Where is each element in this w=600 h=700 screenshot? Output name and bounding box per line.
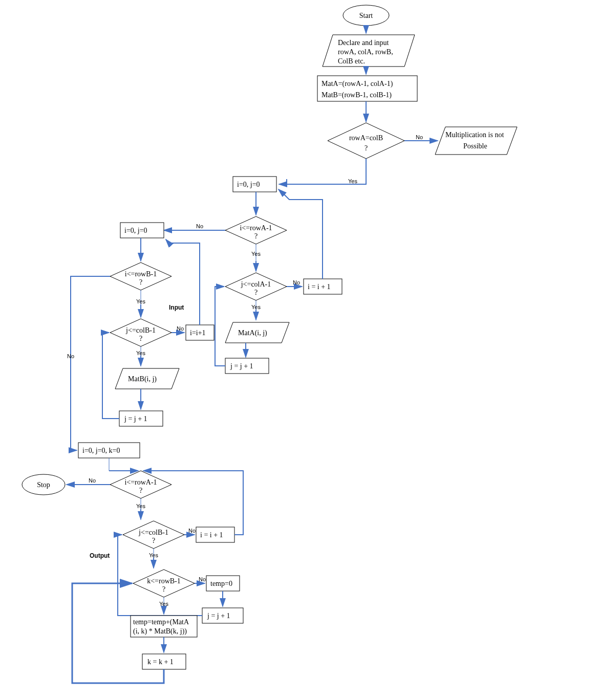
ij0-text: i=0, j=0	[237, 181, 260, 188]
jplus1b-text: j = j + 1	[124, 415, 147, 423]
mataij-text: MatA(i, j)	[238, 329, 267, 337]
jplus1-text: j = j + 1	[230, 362, 253, 370]
connector	[278, 189, 284, 194]
no-label: No	[199, 576, 206, 582]
krowb-text1: k<=rowB-1	[147, 577, 181, 585]
multnot2-text: Possible	[463, 142, 487, 150]
flowchart-diagram: Start Declare and input rowA, colA, rowB…	[0, 0, 600, 700]
stop-text: Stop	[37, 481, 50, 489]
no-label: No	[416, 134, 423, 140]
no-label: No	[89, 477, 96, 484]
iplus1-text: i = i + 1	[308, 283, 331, 291]
start-label: Start	[359, 12, 373, 19]
tempcalc2-text: (i, k) * MatB(k, j))	[133, 627, 187, 636]
connector	[71, 276, 110, 450]
jcolb-text2: ?	[139, 335, 142, 342]
ijk0-text: i=0, j=0, k=0	[82, 447, 120, 454]
yes-label: Yes	[149, 552, 158, 558]
rowcol-text2: ?	[365, 144, 368, 152]
matbij-text: MatB(i, j)	[128, 375, 157, 383]
connector	[102, 333, 119, 419]
ij0b-text: i=0, j=0	[124, 227, 147, 234]
multnot1-text: Multiplication is not	[445, 131, 504, 139]
irowb-text1: i<=rowB-1	[125, 270, 157, 278]
input-label: Input	[169, 304, 184, 311]
jcolb-text1: j<=colB-1	[125, 326, 156, 334]
declare-text1: Declare and input	[338, 39, 389, 47]
initmat1-text: MatA=(rowA-1, colA-1)	[322, 80, 393, 88]
no-label: No	[196, 223, 203, 229]
irowa-text1: i<=rowA-1	[240, 224, 272, 232]
no-label: No	[188, 528, 196, 534]
irowa-text2: ?	[254, 232, 258, 240]
jcolb2-text2: ?	[152, 537, 155, 544]
irowa2-text2: ?	[139, 487, 142, 494]
yes-label: Yes	[251, 251, 261, 257]
yes-label: Yes	[348, 178, 357, 184]
jcolb2-text1: j<=colB-1	[138, 529, 168, 536]
connector	[284, 194, 323, 279]
no-label: No	[177, 325, 184, 332]
jplus1c-text: j = j + 1	[207, 612, 230, 620]
jcola-text1: j<=colA-1	[241, 280, 271, 288]
iplus1c-text: i = i + 1	[200, 531, 223, 539]
tempcalc1-text: temp=temp+(MatA	[133, 618, 189, 626]
krowb-text2: ?	[162, 585, 165, 593]
rowcol-text1: rowA=colB	[349, 134, 383, 142]
yes-label: Yes	[251, 304, 261, 310]
declare-text2: rowA, colA, rowB,	[338, 48, 393, 56]
iplus1b-text: i=i+1	[190, 329, 206, 337]
temp0-text: temp=0	[210, 580, 232, 587]
irowb-text2: ?	[139, 278, 142, 286]
no-label: No	[67, 353, 74, 359]
connector	[166, 239, 200, 325]
jcola-text2: ?	[254, 289, 258, 296]
connector	[215, 287, 225, 366]
yes-label: Yes	[136, 350, 145, 356]
output-label: Output	[90, 552, 110, 559]
yes-label: Yes	[136, 503, 145, 509]
no-label: No	[293, 279, 300, 286]
initmat2-text: MatB=(rowB-1, colB-1)	[322, 91, 392, 99]
declare-text3: ColB etc.	[338, 57, 365, 65]
yes-label: Yes	[136, 298, 145, 304]
kplus1-text: k = k + 1	[147, 658, 174, 666]
irowa2-text1: i<=rowA-1	[124, 478, 157, 486]
yes-label: Yes	[159, 601, 168, 607]
